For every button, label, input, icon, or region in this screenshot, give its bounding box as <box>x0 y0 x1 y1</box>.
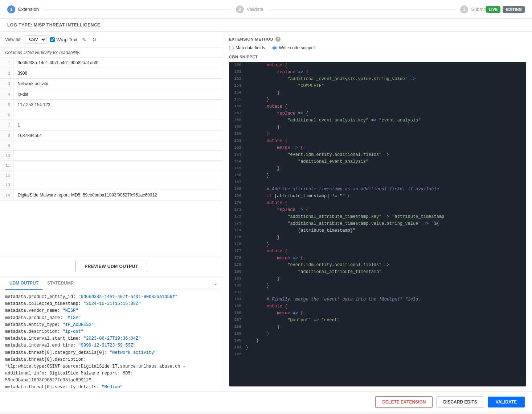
row-value <box>13 110 223 120</box>
tab-statedump[interactable]: STATEDUMP <box>43 277 78 290</box>
udm-key: metadata.vendor_name: <box>5 308 60 313</box>
log-type-label: LOG TYPE: MISP THREAT INTELLIGENCE <box>7 22 101 28</box>
row-num: 5 <box>0 100 13 110</box>
line-number: 179 <box>229 262 244 269</box>
wizard-line-2 <box>268 9 456 9</box>
line-number: 163 <box>229 152 244 158</box>
line-code: } <box>244 234 280 241</box>
preview-udm-button[interactable]: PREVIEW UDM OUTPUT <box>75 261 147 272</box>
line-code: } <box>244 241 269 248</box>
line-code: mutate { <box>244 103 287 110</box>
write-code-radio-label[interactable]: Write code snippet <box>272 45 315 50</box>
udm-value: "MISP" <box>62 315 81 320</box>
wizard-step-3[interactable]: 3 Submit <box>460 5 486 13</box>
code-line: 171 replace => { <box>229 207 526 214</box>
line-code: } <box>244 331 269 338</box>
line-code: # Add the attribute timestamp as an addi… <box>244 186 442 193</box>
row-value: 1 <box>13 120 223 131</box>
write-code-label: Write code snippet <box>279 45 315 50</box>
wizard-step-1[interactable]: 1 Extension <box>7 5 39 13</box>
udm-value: "9d66d38a-14e1-407f-a4d1-90b82aa1d59f" <box>75 294 177 299</box>
map-data-radio[interactable] <box>229 46 234 50</box>
table-row: 12 <box>0 170 223 180</box>
row-num: 8 <box>0 131 13 141</box>
table-row: 4 ip-dst <box>0 89 223 100</box>
step-3-num: 3 <box>460 5 468 13</box>
line-code: } <box>244 96 269 103</box>
row-value: 117.253.154.123 <box>13 100 223 110</box>
left-panel: View as: CSV Wrap Text ✎ ↻ Columns liste… <box>0 32 223 392</box>
line-code: "additional_event_analysis.value.string_… <box>244 76 416 83</box>
code-line: 160 } <box>229 131 526 138</box>
udm-value: "9999-12-31T23:59:59Z" <box>75 343 136 348</box>
line-code: merge => { <box>244 255 303 262</box>
code-line: 186 merge => { <box>229 310 526 317</box>
line-number: 165 <box>229 165 244 172</box>
row-num: 6 <box>0 110 13 120</box>
line-code <box>244 351 246 358</box>
udm-line: metadata.threat[0].threat_feed_name: "DI… <box>5 391 218 392</box>
row-num: 4 <box>0 89 13 100</box>
code-line: 170 mutate { <box>229 200 526 207</box>
line-code: } <box>244 131 269 138</box>
line-code: } <box>244 344 248 351</box>
udm-line: "tlp:white,type:OSINT,source:DigitalSide… <box>5 363 218 370</box>
validate-button[interactable]: VALIDATE <box>488 397 525 407</box>
udm-key: metadata.entity_type: <box>5 322 60 327</box>
discard-edits-button[interactable]: DISCARD EDITS <box>436 396 484 408</box>
line-number: 176 <box>229 241 244 248</box>
code-line: 192 <box>229 351 526 358</box>
line-code: mutate { <box>244 248 287 255</box>
line-code: "additional_attribute_timestamp" <box>244 269 381 276</box>
map-data-radio-label[interactable]: Map data fields <box>229 45 265 50</box>
refresh-icon[interactable]: ↻ <box>91 36 98 43</box>
write-code-radio[interactable] <box>272 46 277 50</box>
code-line: 173 "additional_attribute_timestamp.valu… <box>229 220 526 227</box>
tab-udm-output[interactable]: UDM OUTPUT <box>5 277 43 290</box>
line-number: 184 <box>229 296 244 303</box>
line-code: } <box>244 90 280 96</box>
line-code: } <box>244 324 280 331</box>
row-value <box>13 141 223 151</box>
line-number: 189 <box>229 331 244 338</box>
wrap-text-checkbox[interactable] <box>50 37 55 42</box>
line-number: 153 <box>229 83 244 90</box>
line-number: 162 <box>229 145 244 152</box>
output-tabs-wrap: UDM OUTPUT STATEDUMP ⌄ metadata.product_… <box>0 277 223 392</box>
wizard-step-2[interactable]: 2 Validate <box>236 5 263 13</box>
info-icon[interactable]: ? <box>275 37 281 42</box>
udm-line: 59ce0baba11893f90527fc951ac69912" <box>5 377 218 384</box>
line-number: 159 <box>229 124 244 131</box>
line-code: "additional_attribute_timestamp.value.st… <box>244 220 439 227</box>
line-number: 182 <box>229 282 244 289</box>
wrap-text-toggle[interactable]: Wrap Text <box>50 37 77 42</box>
code-line: 188 } <box>229 324 526 331</box>
view-as-select[interactable]: CSV <box>25 35 46 44</box>
toolbar: View as: CSV Wrap Text ✎ ↻ <box>0 32 223 48</box>
step-2-label: Validate <box>247 7 263 12</box>
code-line: 181 } <box>229 276 526 282</box>
code-line: 167 <box>229 179 526 186</box>
expand-output-icon[interactable]: ⌄ <box>214 281 218 286</box>
code-editor[interactable]: 150 mutate {151 replace => {152 "additio… <box>229 62 526 386</box>
table-row: 11 <box>0 161 223 170</box>
line-number: 155 <box>229 96 244 103</box>
edit-icon[interactable]: ✎ <box>81 36 87 43</box>
udm-key: metadata.threat[0].description: <box>5 357 86 362</box>
table-row: 5 117.253.154.123 <box>0 100 223 110</box>
code-line: 184 # Finally, merge the 'event' data in… <box>229 296 526 303</box>
udm-line: metadata.collected_timestamp: "2024-10-3… <box>5 301 218 307</box>
code-line: 150 mutate { <box>229 62 526 69</box>
line-code: "COMPLETE" <box>244 83 324 90</box>
editing-badge: EDITING <box>503 6 525 13</box>
delete-extension-button[interactable]: DELETE EXTENSION <box>375 396 433 408</box>
line-number: 180 <box>229 269 244 276</box>
line-number: 190 <box>229 338 244 344</box>
udm-key: metadata.description: <box>5 329 60 334</box>
table-row: 3 Network activity <box>0 79 223 89</box>
udm-value: "MISP" <box>60 308 78 313</box>
line-number: 186 <box>229 310 244 317</box>
udm-value: "Medium" <box>99 385 123 390</box>
line-number: 157 <box>229 110 244 117</box>
data-table: 1 9d66d38a-14e1-407f-a4d1-90b82aa1d59f 2… <box>0 58 223 200</box>
